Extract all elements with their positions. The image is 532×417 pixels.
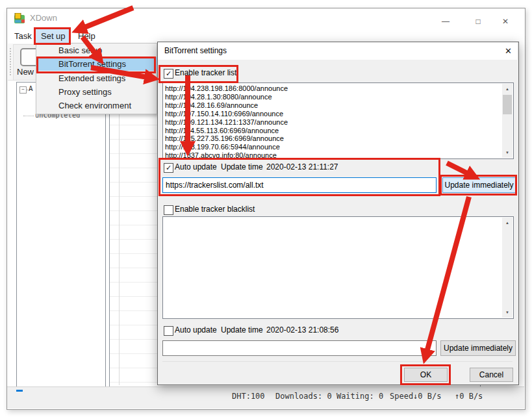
tracker-list-scrollbar[interactable]: ▲ ▼ xyxy=(502,84,513,158)
dialog-close-icon: ✕ xyxy=(505,46,512,56)
scroll-up-icon[interactable]: ▲ xyxy=(502,218,513,228)
annotation-box-update-immediately xyxy=(440,175,517,196)
blacklist-auto-update-checkbox[interactable] xyxy=(164,326,173,336)
desktop: XDown — □ ✕ Task Set up Help New − A unC… xyxy=(0,0,532,417)
scroll-down-icon[interactable]: ▼ xyxy=(502,307,513,318)
annotation-box-auto-update xyxy=(158,158,440,196)
menu-item-basic-setup[interactable]: Basic setup xyxy=(36,44,177,57)
blacklist-update-time-label: Update time xyxy=(221,325,263,335)
maximize-icon: □ xyxy=(475,17,480,26)
annotation-box-enable-tracker xyxy=(158,65,238,83)
tree-expander-icon[interactable]: − xyxy=(19,86,27,94)
blacklist-auto-update-label: Auto update xyxy=(175,325,217,335)
list-column-divider xyxy=(119,82,120,385)
minimize-icon: — xyxy=(442,17,450,26)
tracker-url: http://128.199.70.66:5944/announce xyxy=(163,143,513,151)
task-tree-panel[interactable] xyxy=(16,82,106,387)
status-bar xyxy=(7,386,524,409)
status-indicator xyxy=(16,390,23,392)
tracker-url-listbox[interactable]: http://104.238.198.186:8000/announce htt… xyxy=(162,82,514,159)
status-dht: DHT:100 xyxy=(232,392,265,401)
annotation-box-bittorrent-settings xyxy=(36,57,156,73)
blacklist-url-input[interactable] xyxy=(162,340,437,356)
tree-root-item[interactable]: A xyxy=(29,84,33,93)
minimize-button[interactable]: — xyxy=(435,14,456,29)
tree-connector xyxy=(23,116,34,116)
blacklist-scrollbar[interactable]: ▲ ▼ xyxy=(502,218,513,318)
dialog-close-button[interactable]: ✕ xyxy=(500,43,517,58)
tracker-url: http://109.121.134.121:1337/announce xyxy=(163,118,513,127)
menu-task[interactable]: Task xyxy=(9,29,37,44)
window-title: XDown xyxy=(30,13,57,23)
menu-item-proxy-settings[interactable]: Proxy settings xyxy=(36,85,177,99)
status-downloads: Downloads: 0 Waiting: 0 xyxy=(275,392,383,401)
cancel-button[interactable]: Cancel xyxy=(470,368,513,382)
new-task-label: New xyxy=(17,67,34,77)
blacklist-update-immediately-button[interactable]: Update immediately xyxy=(440,340,516,356)
status-speed-down: Speed↓0 B/s xyxy=(390,392,441,401)
enable-tracker-blacklist-checkbox[interactable] xyxy=(164,205,173,215)
annotation-box-ok xyxy=(400,364,451,385)
tracker-url: http://107.150.14.110:6969/announce xyxy=(163,110,513,118)
menu-help[interactable]: Help xyxy=(73,29,101,44)
tracker-url: http://104.28.1.30:8080/announce xyxy=(163,93,513,101)
tracker-url: http://125.227.35.196:6969/announce xyxy=(163,134,513,143)
scroll-up-icon[interactable]: ▲ xyxy=(502,84,513,94)
close-icon: ✕ xyxy=(502,17,509,26)
dialog-title: BitTorrent settings xyxy=(164,46,227,55)
dialog-divider xyxy=(162,361,513,362)
menu-item-check-environment[interactable]: Check environment xyxy=(36,99,177,112)
status-speed-up: ↑0 B/s xyxy=(455,392,483,401)
tracker-url: http://104.28.16.69/announce xyxy=(163,101,513,110)
scrollbar-thumb[interactable] xyxy=(503,95,512,114)
scroll-down-icon[interactable]: ▼ xyxy=(502,147,513,158)
maximize-button[interactable]: □ xyxy=(468,14,488,29)
tracker-url: http://104.238.198.186:8000/announce xyxy=(163,84,513,93)
app-icon xyxy=(14,13,25,23)
tracker-url: http://114.55.113.60:6969/announce xyxy=(163,127,513,135)
annotation-box-setup xyxy=(34,27,71,45)
tracker-blacklist-listbox[interactable]: ▲ ▼ xyxy=(162,216,514,319)
blacklist-update-time-value: 2020-02-13 21:08:56 xyxy=(266,325,338,335)
enable-tracker-blacklist-label: Enable tracker blacklist xyxy=(175,205,255,214)
close-button[interactable]: ✕ xyxy=(495,14,516,29)
menu-item-extended-settings[interactable]: Extended settings xyxy=(36,71,177,85)
